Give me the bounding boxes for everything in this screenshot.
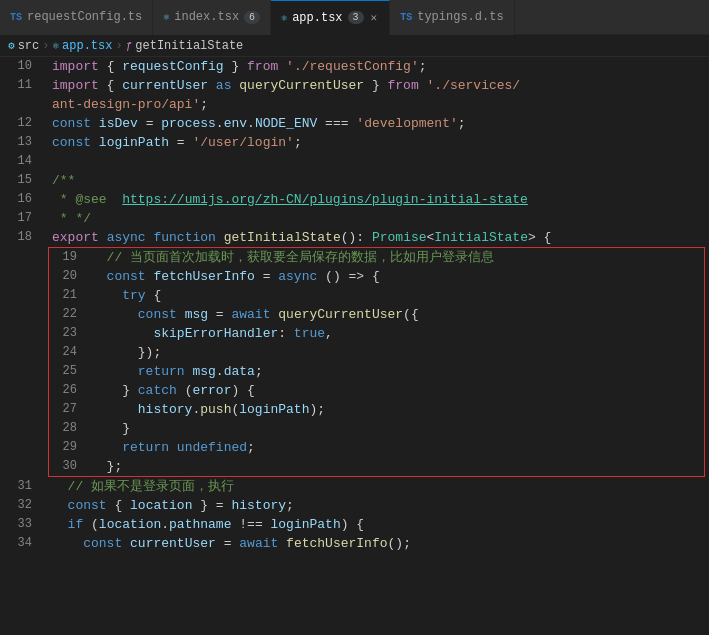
line-content: skipErrorHandler: true, — [87, 324, 704, 343]
breadcrumb-file[interactable]: app.tsx — [62, 39, 112, 53]
tab-requestConfig[interactable]: TS requestConfig.ts — [0, 0, 153, 35]
tab-app[interactable]: ⚛ app.tsx 3 ✕ — [271, 0, 390, 35]
editor-container: TS requestConfig.ts ⚛ index.tsx 6 ⚛ app.… — [0, 0, 709, 635]
line-number: 33 — [0, 515, 48, 534]
line-content: return undefined; — [87, 438, 704, 457]
line-number: 20 — [49, 267, 87, 286]
line-number: 10 — [0, 57, 48, 76]
src-icon: ⚙ — [8, 39, 15, 52]
line-content: import { requestConfig } from './request… — [48, 57, 709, 76]
hl-line-26: 26 } catch (error) { — [49, 381, 704, 400]
line-content: * @see https://umijs.org/zh-CN/plugins/p… — [48, 190, 709, 209]
code-line-15: 15 /** — [0, 171, 709, 190]
hl-line-23: 23 skipErrorHandler: true, — [49, 324, 704, 343]
line-number: 18 — [0, 228, 48, 247]
line-number: 30 — [49, 457, 87, 476]
tab-badge: 3 — [348, 11, 364, 24]
line-number: 28 — [49, 419, 87, 438]
line-content: const msg = await queryCurrentUser({ — [87, 305, 704, 324]
hl-line-24: 24 }); — [49, 343, 704, 362]
line-content: }); — [87, 343, 704, 362]
code-line-18: 18 export async function getInitialState… — [0, 228, 709, 247]
breadcrumb-function: getInitialState — [135, 39, 243, 53]
line-content: try { — [87, 286, 704, 305]
line-content: const fetchUserInfo = async () => { — [87, 267, 704, 286]
hl-line-29: 29 return undefined; — [49, 438, 704, 457]
line-content: // 如果不是登录页面，执行 — [48, 477, 709, 496]
code-line-11: 11 import { currentUser as queryCurrentU… — [0, 76, 709, 95]
dt-icon: TS — [400, 12, 412, 23]
tab-index[interactable]: ⚛ index.tsx 6 — [153, 0, 271, 35]
breadcrumb: ⚙ src › ⚛ app.tsx › ƒ getInitialState — [0, 35, 709, 57]
breadcrumb-sep1: › — [42, 39, 49, 53]
tsx-icon: ⚛ — [163, 11, 169, 23]
line-number: 17 — [0, 209, 48, 228]
code-line-32: 32 const { location } = history; — [0, 496, 709, 515]
line-number: 25 — [49, 362, 87, 381]
hl-line-20: 20 const fetchUserInfo = async () => { — [49, 267, 704, 286]
ts-icon: TS — [10, 12, 22, 23]
tab-label: requestConfig.ts — [27, 10, 142, 24]
line-number: 32 — [0, 496, 48, 515]
line-number: 13 — [0, 133, 48, 152]
hl-line-28: 28 } — [49, 419, 704, 438]
line-content: if (location.pathname !== loginPath) { — [48, 515, 709, 534]
tab-close-button[interactable]: ✕ — [369, 10, 380, 25]
tab-label: app.tsx — [292, 11, 342, 25]
hl-line-19: 19 // 当页面首次加载时，获取要全局保存的数据，比如用户登录信息 — [49, 248, 704, 267]
tab-bar: TS requestConfig.ts ⚛ index.tsx 6 ⚛ app.… — [0, 0, 709, 35]
code-line-17: 17 * */ — [0, 209, 709, 228]
hl-line-22: 22 const msg = await queryCurrentUser({ — [49, 305, 704, 324]
line-number: 29 — [49, 438, 87, 457]
line-number: 16 — [0, 190, 48, 209]
line-number: 19 — [49, 248, 87, 267]
code-line-31: 31 // 如果不是登录页面，执行 — [0, 477, 709, 496]
hl-line-27: 27 history.push(loginPath); — [49, 400, 704, 419]
breadcrumb-src: src — [18, 39, 40, 53]
line-number: 31 — [0, 477, 48, 496]
hl-line-21: 21 try { — [49, 286, 704, 305]
tab-typings[interactable]: TS typings.d.ts — [390, 0, 514, 35]
line-content: const currentUser = await fetchUserInfo(… — [48, 534, 709, 553]
code-editor[interactable]: 10 import { requestConfig } from './requ… — [0, 57, 709, 635]
line-number: 27 — [49, 400, 87, 419]
tab-label: index.tsx — [174, 10, 239, 24]
line-number: 21 — [49, 286, 87, 305]
hl-line-25: 25 return msg.data; — [49, 362, 704, 381]
line-content: /** — [48, 171, 709, 190]
line-number: 34 — [0, 534, 48, 553]
highlighted-block: 19 // 当页面首次加载时，获取要全局保存的数据，比如用户登录信息 20 co… — [48, 247, 705, 477]
breadcrumb-sep2: › — [115, 39, 122, 53]
line-content: // 当页面首次加载时，获取要全局保存的数据，比如用户登录信息 — [87, 248, 704, 267]
code-line-10: 10 import { requestConfig } from './requ… — [0, 57, 709, 76]
line-number: 26 — [49, 381, 87, 400]
tsx-icon: ⚛ — [281, 12, 287, 24]
code-line-34: 34 const currentUser = await fetchUserIn… — [0, 534, 709, 553]
code-line-11b: ant-design-pro/api'; — [0, 95, 709, 114]
line-content: } — [87, 419, 704, 438]
tab-badge: 6 — [244, 11, 260, 24]
line-content: } catch (error) { — [87, 381, 704, 400]
line-number: 23 — [49, 324, 87, 343]
code-line-14: 14 — [0, 152, 709, 171]
line-number: 24 — [49, 343, 87, 362]
code-line-16: 16 * @see https://umijs.org/zh-CN/plugin… — [0, 190, 709, 209]
line-content: * */ — [48, 209, 709, 228]
line-number: 22 — [49, 305, 87, 324]
line-content: import { currentUser as queryCurrentUser… — [48, 76, 709, 95]
code-line-12: 12 const isDev = process.env.NODE_ENV ==… — [0, 114, 709, 133]
line-content: ant-design-pro/api'; — [48, 95, 709, 114]
breadcrumb-icon3: ƒ — [126, 40, 133, 52]
line-content: return msg.data; — [87, 362, 704, 381]
code-line-33: 33 if (location.pathname !== loginPath) … — [0, 515, 709, 534]
line-content: const loginPath = '/user/login'; — [48, 133, 709, 152]
line-content: const isDev = process.env.NODE_ENV === '… — [48, 114, 709, 133]
line-content: export async function getInitialState():… — [48, 228, 709, 247]
line-content: const { location } = history; — [48, 496, 709, 515]
line-number: 12 — [0, 114, 48, 133]
breadcrumb-tsx-icon: ⚛ — [52, 39, 59, 52]
code-line-13: 13 const loginPath = '/user/login'; — [0, 133, 709, 152]
line-number: 14 — [0, 152, 48, 171]
line-content: history.push(loginPath); — [87, 400, 704, 419]
line-number: 15 — [0, 171, 48, 190]
